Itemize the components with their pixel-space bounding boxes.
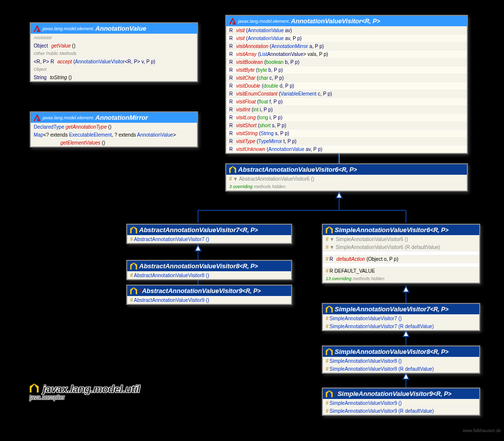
class-name: AnnotationValue [96, 25, 147, 32]
ctor2: #SimpleAnnotationValueVisitor7 (R defaul… [323, 322, 479, 330]
ctor2: #SimpleAnnotationValueVisitor8 (R defaul… [323, 365, 479, 373]
spacer [323, 263, 479, 267]
header: javax.lang.model.element. AnnotationValu… [31, 23, 197, 34]
class-icon [229, 166, 236, 173]
class-name: AbstractAnnotationValueVisitor6 [238, 166, 339, 173]
generic-params: <R, P> [242, 288, 260, 294]
ctor2: #SimpleAnnotationValueVisitor9 (R defaul… [323, 407, 479, 415]
svg-marker-15 [403, 373, 409, 379]
header: ! AbstractAnnotationValueVisitor9 <R, P> [127, 286, 291, 296]
spacer [323, 251, 479, 255]
svg-marker-6 [336, 192, 342, 198]
generic-params: <R, P> [430, 306, 449, 313]
header: SimpleAnnotationValueVisitor7 <R, P> [323, 304, 479, 314]
class-icon [130, 227, 137, 234]
ctor1: #SimpleAnnotationValueVisitor7 () [323, 314, 479, 322]
method-visitfloat: R visitFloat (float f, P p) [226, 98, 467, 105]
class-aavv7: AbstractAnnotationValueVisitor7 <R, P> #… [126, 224, 292, 244]
header: SimpleAnnotationValueVisitor6 <R, P> [323, 225, 479, 235]
package-title: javax.lang.model.util java.compiler [30, 384, 140, 401]
method-getelementvalues-name: getElementValues () [31, 139, 197, 147]
interface-icon [229, 18, 236, 25]
class-icon [326, 348, 333, 355]
package-name: javax.lang.model.element. [43, 26, 95, 31]
section-accessor: Accessor [31, 34, 197, 42]
header: ! SimpleAnnotationValueVisitor9 <R, P> [323, 389, 479, 399]
generic-params: <R, P> [240, 227, 258, 234]
generic-params: <R, P> [433, 391, 451, 397]
interface-annotationvalue: javax.lang.model.element. AnnotationValu… [30, 22, 198, 82]
method-defaultaction: #R defaultAction (Object o, P p) [323, 255, 479, 263]
method-visitboolean: R visitBoolean (boolean b, P p) [226, 58, 467, 66]
generic-params: <R, P> [430, 227, 449, 234]
class-savv6: SimpleAnnotationValueVisitor6 <R, P> #▼ … [322, 224, 480, 284]
class-aavv6: AbstractAnnotationValueVisitor6 <R, P> #… [225, 163, 468, 192]
class-icon [326, 391, 333, 397]
class-savv8: SimpleAnnotationValueVisitor8 <R, P> #Si… [322, 345, 480, 374]
class-icon [30, 384, 39, 392]
class-icon [326, 306, 333, 313]
field-defaultvalue: #R DEFAULT_VALUE [323, 267, 479, 275]
package-name: javax.lang.model.util [43, 384, 140, 394]
class-name: AnnotationValueVisitor [291, 17, 362, 25]
ctor2: #▼ SimpleAnnotationValueVisitor6 (R defa… [323, 243, 479, 251]
new-marker: ! [335, 391, 337, 397]
section-object: Object [31, 65, 197, 73]
method-visitlong: R visitLong (long i, P p) [226, 113, 467, 121]
generic-params: <R, P> [339, 166, 357, 173]
method-visit: R visit (AnnotationValue av, P p) [226, 34, 467, 42]
ctor: #AbstractAnnotationValueVisitor9 () [127, 296, 291, 304]
method-getelementvalues: Map<? extends ExecutableElement, ? exten… [31, 131, 197, 139]
header: javax.lang.model.element. AnnotationMirr… [31, 112, 197, 123]
interface-icon [34, 114, 41, 121]
class-aavv8: AbstractAnnotationValueVisitor8 <R, P> #… [126, 260, 292, 280]
method-visitshort: R visitShort (short s, P p) [226, 121, 467, 129]
new-marker: ! [139, 288, 141, 294]
ctor: #AbstractAnnotationValueVisitor8 () [127, 271, 291, 279]
header: AbstractAnnotationValueVisitor6 <R, P> [226, 164, 467, 175]
class-savv9: ! SimpleAnnotationValueVisitor9 <R, P> #… [322, 388, 480, 416]
header: javax.lang.model.element. AnnotationValu… [226, 16, 467, 26]
generic-params: <R, P> [361, 18, 380, 25]
method-visitstring: R visitString (String s, P p) [226, 129, 467, 137]
method-visittype: R visitType (TypeMirror t, P p) [226, 137, 467, 145]
class-name: SimpleAnnotationValueVisitor9 [338, 390, 433, 397]
svg-marker-11 [403, 286, 409, 292]
svg-marker-13 [403, 331, 409, 337]
header: SimpleAnnotationValueVisitor8 <R, P> [323, 346, 479, 357]
note: 3 overriding methods hidden [226, 183, 467, 191]
ctor: #AbstractAnnotationValueVisitor7 () [127, 235, 291, 243]
class-aavv9: ! AbstractAnnotationValueVisitor9 <R, P>… [126, 285, 292, 305]
method-getannotationtype: DeclaredType getAnnotationType () [31, 123, 197, 131]
method-visitbyte: R visitByte (byte b, P p) [226, 66, 467, 74]
method-visitchar: R visitChar (char c, P p) [226, 74, 467, 82]
class-name: AbstractAnnotationValueVisitor7 [139, 226, 240, 234]
class-name: SimpleAnnotationValueVisitor8 [335, 348, 430, 355]
package-name: javax.lang.model.element. [238, 19, 290, 24]
method-tostring: String toString () [31, 73, 197, 81]
svg-marker-8 [195, 245, 201, 251]
class-icon [326, 227, 333, 234]
header: AbstractAnnotationValueVisitor7 <R, P> [127, 225, 291, 235]
class-name: SimpleAnnotationValueVisitor7 [335, 305, 430, 313]
method-visitint: R visitInt (int i, P p) [226, 105, 467, 113]
module-name: java.compiler [30, 394, 140, 401]
ctor1: #▼ SimpleAnnotationValueVisitor6 () [323, 235, 479, 243]
generic-params: <R, P> [240, 263, 258, 270]
class-icon [130, 263, 137, 270]
class-savv7: SimpleAnnotationValueVisitor7 <R, P> #Si… [322, 303, 480, 331]
method-visitdouble: R visitDouble (double d, P p) [226, 82, 467, 90]
method-accept: <R, P> R accept (AnnotationValueVisitor<… [31, 57, 197, 65]
ctor1: #SimpleAnnotationValueVisitor8 () [323, 357, 479, 365]
interface-annotationmirror: javax.lang.model.element. AnnotationMirr… [30, 111, 198, 147]
note: 13 overriding methods hidden [323, 275, 479, 283]
header: AbstractAnnotationValueVisitor8 <R, P> [127, 261, 291, 271]
method-visitannotation: R visitAnnotation (AnnotationMirror a, P… [226, 42, 467, 50]
class-name: SimpleAnnotationValueVisitor6 [335, 226, 430, 234]
method-visitarray: R visitArray (ListAnnotationValue> vals,… [226, 50, 467, 58]
attribution: www.falkhausen.de [462, 428, 501, 433]
ctor1: #SimpleAnnotationValueVisitor9 () [323, 399, 479, 407]
interface-icon [34, 25, 41, 32]
method-visitenumconstant: R visitEnumConstant (VariableElement c, … [226, 90, 467, 98]
class-icon [130, 288, 137, 294]
